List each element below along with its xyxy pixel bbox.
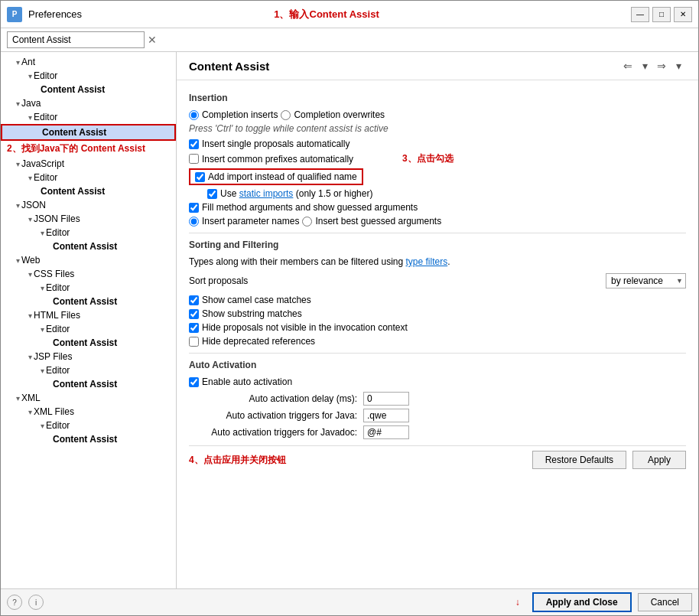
insert-single-label: Insert single proposals automatically	[202, 139, 350, 149]
show-camel-row: Show camel case matches	[189, 295, 686, 305]
insert-single-row: Insert single proposals automatically	[189, 139, 686, 149]
sidebar-item-css-content-assist[interactable]: Content Assist	[1, 295, 176, 308]
sidebar-item-xml[interactable]: ▾XML	[1, 391, 176, 405]
title-bar: P Preferences 1、输入Content Assist — □ ✕	[1, 1, 698, 28]
sorting-section-title: Sorting and Filtering	[189, 240, 686, 250]
separator-1	[189, 233, 686, 233]
forward-dropdown-button[interactable]: ▾	[671, 58, 686, 73]
insert-param-radio[interactable]	[189, 217, 199, 227]
completion-overwrites-radio[interactable]	[281, 110, 291, 120]
ctrl-hint-text: Press 'Ctrl' to toggle while content ass…	[189, 123, 389, 134]
insert-single-checkbox[interactable]	[189, 139, 199, 149]
sidebar-item-json[interactable]: ▾JSON	[1, 198, 176, 212]
content-title: Content Assist	[189, 60, 269, 73]
java-triggers-input[interactable]	[363, 409, 409, 422]
restore-defaults-button[interactable]: Restore Defaults	[532, 451, 626, 469]
sidebar-item-xml-files[interactable]: ▾XML Files	[1, 405, 176, 419]
ctrl-hint-row: Press 'Ctrl' to toggle while content ass…	[189, 123, 686, 134]
sidebar-item-web[interactable]: ▾Web	[1, 253, 176, 267]
apply-and-close-button[interactable]: Apply and Close	[532, 592, 632, 612]
auto-activation-section-title: Auto Activation	[189, 360, 686, 370]
main-area: ▾Ant ▾Editor Content Assist ▾Java ▾Edito…	[1, 52, 698, 588]
sidebar-item-javascript[interactable]: ▾JavaScript	[1, 157, 176, 171]
insert-common-checkbox[interactable]	[189, 154, 199, 164]
delay-input[interactable]	[363, 392, 409, 406]
enable-auto-label: Enable auto activation	[202, 376, 292, 387]
restore-apply-row: 4、点击应用并关闭按钮 Restore Defaults Apply	[189, 445, 686, 472]
back-button[interactable]: ⇐	[620, 58, 636, 73]
sidebar-item-ant-content-assist[interactable]: Content Assist	[1, 83, 176, 96]
sidebar-item-jsp-editor[interactable]: ▾Editor	[1, 363, 176, 377]
step3-annotation: 3、点击勾选	[402, 152, 454, 165]
apply-button[interactable]: Apply	[632, 451, 686, 469]
sidebar-item-xml-editor[interactable]: ▾Editor	[1, 419, 176, 432]
sidebar-item-ant-editor[interactable]: ▾Editor	[1, 69, 176, 83]
sidebar-item-xml-content-assist[interactable]: Content Assist	[1, 432, 176, 446]
footer-bar: ? i ↓ Apply and Close Cancel	[1, 588, 698, 615]
use-static-checkbox[interactable]	[207, 189, 217, 199]
sidebar-item-jsp-content-assist[interactable]: Content Assist	[1, 377, 176, 391]
nav-dropdown-button[interactable]: ▾	[637, 58, 652, 73]
add-import-label: Add import instead of qualified name	[208, 171, 357, 182]
sidebar-item-ant[interactable]: ▾Ant	[1, 55, 176, 69]
step4-annotation: 4、点击应用并关闭按钮	[189, 454, 526, 467]
hide-proposals-label: Hide proposals not visible in the invoca…	[202, 322, 408, 333]
add-import-row: Add import instead of qualified name	[189, 168, 686, 185]
step1-annotation: 1、输入Content Assist	[274, 8, 379, 21]
fill-method-label: Fill method arguments and show guessed a…	[202, 202, 418, 213]
nav-buttons: ⇐ ▾ ⇒ ▾	[620, 58, 686, 73]
completion-inserts-radio[interactable]	[189, 110, 199, 120]
insert-best-radio[interactable]	[302, 217, 312, 227]
type-filters-link[interactable]: type filters	[405, 256, 447, 267]
help-icon[interactable]: ?	[7, 595, 22, 610]
sidebar-item-jsp-files[interactable]: ▾JSP Files	[1, 350, 176, 363]
completion-mode-row: Completion inserts Completion overwrites	[189, 109, 686, 120]
javadoc-triggers-input[interactable]	[363, 425, 409, 439]
add-import-checkbox[interactable]	[195, 172, 205, 182]
sidebar-item-html-content-assist[interactable]: Content Assist	[1, 336, 176, 350]
preferences-window: P Preferences 1、输入Content Assist — □ ✕ ✕…	[0, 0, 699, 616]
hide-proposals-checkbox[interactable]	[189, 323, 199, 333]
minimize-button[interactable]: —	[631, 7, 649, 22]
sidebar-item-java-content-assist[interactable]: Content Assist	[1, 124, 176, 141]
maximize-button[interactable]: □	[652, 7, 671, 22]
close-button[interactable]: ✕	[674, 7, 692, 22]
search-input[interactable]	[7, 31, 145, 48]
insertion-section-title: Insertion	[189, 93, 686, 103]
show-camel-checkbox[interactable]	[189, 295, 199, 305]
sidebar-item-json-files[interactable]: ▾JSON Files	[1, 212, 176, 226]
sidebar-item-css-files[interactable]: ▾CSS Files	[1, 267, 176, 281]
java-triggers-label: Auto activation triggers for Java:	[189, 410, 357, 421]
sort-select[interactable]: by relevance alphabetically	[606, 273, 686, 288]
sidebar-item-json-editor[interactable]: ▾Editor	[1, 226, 176, 240]
apply-close-annotation: ↓	[515, 597, 520, 608]
param-mode-row: Insert parameter names Insert best guess…	[189, 216, 686, 227]
sidebar-item-javascript-editor[interactable]: ▾Editor	[1, 171, 176, 184]
sidebar-item-java[interactable]: ▾Java	[1, 96, 176, 110]
content-body: Insertion Completion inserts Completion …	[177, 80, 698, 588]
forward-button[interactable]: ⇒	[654, 58, 669, 73]
info-icon[interactable]: i	[28, 595, 44, 610]
search-clear-icon[interactable]: ✕	[148, 34, 157, 46]
sidebar-item-html-files[interactable]: ▾HTML Files	[1, 308, 176, 322]
sort-proposals-row: Sort proposals by relevance alphabetical…	[189, 273, 686, 288]
app-icon: P	[7, 7, 22, 22]
step2-annotation: 2、找到Java下的 Content Assist	[1, 141, 176, 157]
activation-grid: Auto activation delay (ms): Auto activat…	[189, 392, 686, 439]
sidebar-item-javascript-content-assist[interactable]: Content Assist	[1, 184, 176, 198]
show-camel-label: Show camel case matches	[202, 295, 311, 305]
separator-2	[189, 353, 686, 354]
hide-deprecated-checkbox[interactable]	[189, 337, 199, 347]
cancel-button[interactable]: Cancel	[638, 593, 692, 611]
fill-method-checkbox[interactable]	[189, 203, 199, 213]
sidebar-item-css-editor[interactable]: ▾Editor	[1, 281, 176, 295]
sort-proposals-label: Sort proposals	[189, 275, 248, 286]
enable-auto-checkbox[interactable]	[189, 377, 199, 387]
insert-common-label: Insert common prefixes automatically	[202, 154, 353, 165]
show-substring-label: Show substring matches	[202, 308, 302, 319]
show-substring-checkbox[interactable]	[189, 309, 199, 319]
sidebar-item-java-editor[interactable]: ▾Editor	[1, 110, 176, 124]
sidebar-item-html-editor[interactable]: ▾Editor	[1, 322, 176, 336]
static-imports-link[interactable]: static imports	[239, 188, 294, 199]
sidebar-item-json-content-assist[interactable]: Content Assist	[1, 240, 176, 253]
